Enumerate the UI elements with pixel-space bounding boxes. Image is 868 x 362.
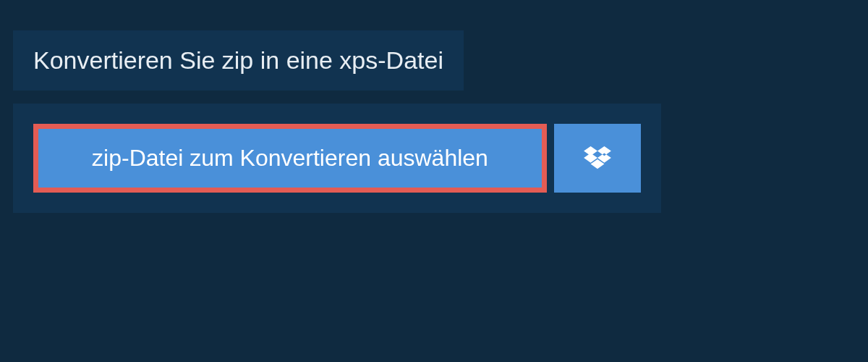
- select-file-label: zip-Datei zum Konvertieren auswählen: [92, 145, 488, 172]
- upload-panel: zip-Datei zum Konvertieren auswählen: [13, 104, 661, 213]
- dropbox-button[interactable]: [554, 124, 641, 193]
- page-title: Konvertieren Sie zip in eine xps-Datei: [33, 46, 443, 75]
- dropbox-icon: [584, 146, 611, 171]
- header-tab: Konvertieren Sie zip in eine xps-Datei: [13, 30, 464, 90]
- select-file-button[interactable]: zip-Datei zum Konvertieren auswählen: [33, 124, 547, 193]
